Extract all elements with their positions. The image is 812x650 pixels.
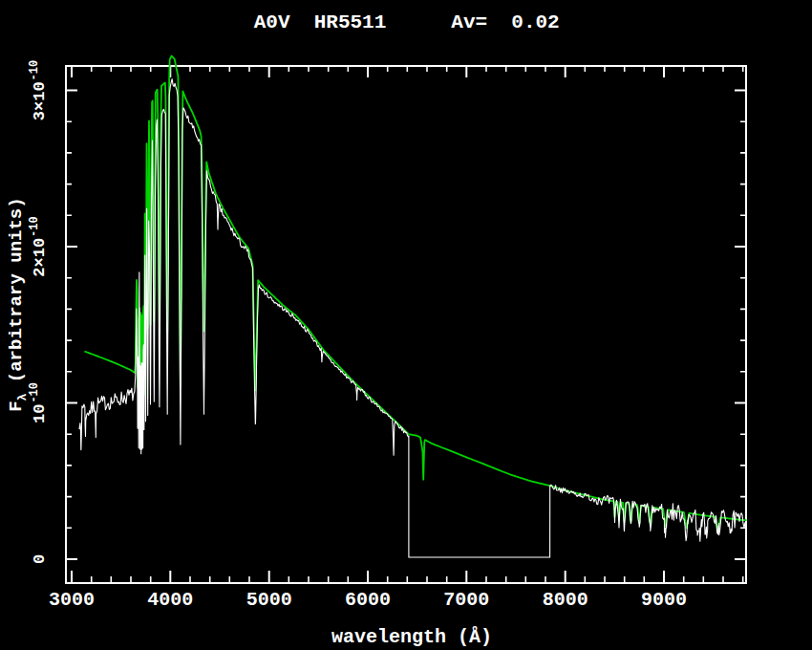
x-tick-label: 5000 — [246, 589, 292, 611]
y-axis-label-units: (arbitrary units) — [6, 197, 27, 393]
y-tick-label-base: 0 — [31, 554, 49, 564]
spectrum-plot-window: A0V HR5511 Av= 0.02 010-102×10-103×10-10… — [0, 0, 812, 650]
y-axis-label-symbol: F — [6, 401, 27, 411]
y-tick-label-exponent: -10 — [28, 216, 41, 237]
x-tick-label: 8000 — [543, 589, 588, 611]
x-tick-label: 4000 — [147, 589, 193, 611]
y-axis-label-subscript: λ — [15, 393, 30, 401]
x-tick-label: 3000 — [49, 589, 95, 611]
y-tick-label-base: 2×10 — [31, 238, 49, 277]
x-tick-label: 9000 — [641, 589, 687, 611]
y-axis-label: Fλ (arbitrary units) — [6, 142, 30, 488]
y-tick-label-exponent: -10 — [28, 60, 41, 81]
plot-background — [0, 0, 812, 650]
y-tick-label: 0 — [31, 554, 49, 564]
spectrum-chart: A0V HR5511 Av= 0.02 010-102×10-103×10-10… — [0, 0, 812, 650]
x-axis-label: wavelength (Å) — [331, 625, 492, 648]
y-tick-label-base: 3×10 — [31, 81, 49, 120]
x-tick-label: 7000 — [443, 589, 489, 611]
y-tick-label-exponent: -10 — [28, 382, 41, 403]
y-tick-label-base: 10 — [31, 404, 49, 423]
chart-title-extinction: Av= 0.02 — [451, 11, 559, 33]
chart-title-star: A0V HR5511 — [254, 11, 387, 33]
x-tick-label: 6000 — [345, 589, 391, 611]
